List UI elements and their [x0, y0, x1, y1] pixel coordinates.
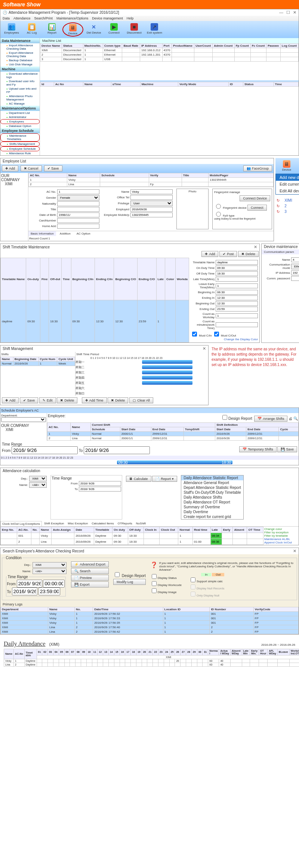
- chk-image[interactable]: [152, 588, 157, 593]
- emp-grid[interactable]: AC No.NameScheduleVerifyTitleMobile/Page…: [28, 173, 274, 187]
- adv-export-button[interactable]: ⚡ Advanced Export: [71, 561, 109, 567]
- report-button[interactable]: 📄 Report ▾: [152, 476, 177, 482]
- from-input[interactable]: [12, 446, 78, 454]
- calc-tab-1[interactable]: Shift Exception: [43, 521, 65, 526]
- tree-child[interactable]: XIMI: [1, 428, 46, 432]
- content-tab[interactable]: Machine List: [40, 38, 299, 43]
- conn-device-button[interactable]: Connect Device: [240, 195, 270, 201]
- dropdown-editall[interactable]: Edit All device: [276, 187, 299, 194]
- tt-name-input[interactable]: [216, 260, 258, 265]
- menu-attendance[interactable]: Attendance: [13, 16, 31, 20]
- search-to-t[interactable]: [38, 588, 60, 595]
- nat-input[interactable]: [57, 201, 99, 206]
- tab-basic[interactable]: Basic Information: [28, 231, 56, 236]
- minimize-button[interactable]: —: [279, 10, 283, 15]
- add-button[interactable]: ✚ Add: [2, 165, 18, 171]
- dept-select[interactable]: [1, 417, 46, 422]
- tt-offdu-input[interactable]: [216, 271, 258, 276]
- side-group-data[interactable]: Data Maintenance: [0, 38, 40, 43]
- offtel-input[interactable]: [130, 195, 173, 200]
- chk-workcode[interactable]: [152, 581, 157, 586]
- tempshift-button[interactable]: 📅 Temporary Shifts: [239, 446, 277, 452]
- mob-input[interactable]: [130, 213, 173, 217]
- side-item[interactable]: Download attendance logs: [0, 72, 40, 79]
- side-link[interactable]: Maintenance AL/BL: [264, 537, 298, 541]
- close-button[interactable]: ✕: [203, 346, 206, 351]
- tt-cwd-input[interactable]: [216, 313, 258, 318]
- tab-addition[interactable]: Addition: [58, 231, 73, 236]
- exit-button[interactable]: ↗Exit system: [145, 22, 164, 37]
- tree-dept[interactable]: XIMI: [1, 182, 27, 186]
- side-item[interactable]: Usb Disk Manage: [0, 62, 40, 66]
- side-group-machine[interactable]: Machine: [0, 66, 40, 72]
- dm-pwd-input[interactable]: [291, 276, 299, 281]
- title-input[interactable]: [57, 207, 99, 212]
- menu-help[interactable]: Help: [127, 16, 134, 20]
- tab-acoption[interactable]: AC Option: [74, 231, 93, 236]
- side-link[interactable]: Change color: [264, 527, 298, 531]
- mustcin-check[interactable]: [192, 332, 197, 337]
- fp-radio-type[interactable]: [216, 212, 221, 217]
- dropdown-edit[interactable]: Edit current device: [276, 181, 299, 187]
- sm-grid[interactable]: NameBeginning DateCycle NumCycle UnitNor…: [0, 357, 75, 366]
- fp-connect-button[interactable]: Connect: [247, 205, 267, 211]
- side-item[interactable]: Administrator: [0, 115, 40, 119]
- sm-addtime[interactable]: ✚ Add Time: [82, 397, 107, 403]
- side-item-empsched[interactable]: Employee Schedule: [0, 146, 40, 151]
- side-item[interactable]: Database Option: [0, 124, 40, 128]
- primary-logs-grid[interactable]: DepartmentNameNo.Date/TimeLocation IDID …: [0, 607, 299, 634]
- report-item[interactable]: Daily Overtime: [181, 509, 243, 514]
- design-check[interactable]: [115, 572, 120, 577]
- search-from-t[interactable]: [43, 580, 65, 588]
- report-item[interactable]: Staff's On-Duty/Off-Duty Timetable: [181, 490, 243, 495]
- side-item[interactable]: Attendance Photo Management: [0, 94, 40, 102]
- sm-delete[interactable]: ✖ Delete: [57, 397, 77, 403]
- deldevice-button[interactable]: ✕Del Device: [84, 22, 104, 37]
- side-group-maint[interactable]: Maintenance/Options: [0, 106, 40, 111]
- aclog-button[interactable]: 📋AC Log: [22, 22, 41, 37]
- side-item-timetables[interactable]: Maintenance Timetables: [0, 133, 40, 142]
- log-grid[interactable]: IdAc NoNamesTimeMachineVerify ModeIDStat…: [40, 82, 299, 87]
- inset-device-button[interactable]: 🖥Device: [277, 159, 296, 172]
- design-check[interactable]: [222, 415, 227, 420]
- calc-tab-3[interactable]: Calculated Items: [90, 521, 115, 526]
- side-item[interactable]: Attendance Rule: [0, 151, 40, 155]
- calc-tab-2[interactable]: Misc Exception: [66, 521, 89, 526]
- side-item[interactable]: Export Attendance Checking Data: [0, 51, 40, 58]
- dm-name-input[interactable]: [291, 257, 299, 262]
- sm-deltime[interactable]: ✖ Delete: [108, 397, 128, 403]
- preview-icon[interactable]: 🔍: [293, 416, 298, 421]
- tree-company[interactable]: OUR COMPANY: [1, 424, 46, 428]
- tt-bout-input[interactable]: [216, 301, 258, 306]
- sm-add[interactable]: ✚ Add: [2, 397, 19, 403]
- calc-dep[interactable]: XIMI: [29, 476, 47, 481]
- card-input[interactable]: [57, 218, 99, 223]
- close-button[interactable]: ✕: [293, 549, 296, 554]
- report-item[interactable]: Create report for current grid: [181, 514, 243, 519]
- preview-button[interactable]: 📄 Preview: [71, 575, 109, 581]
- device-button[interactable]: 🖥Device: [62, 22, 83, 37]
- print-icon[interactable]: 🖨: [289, 416, 292, 421]
- sm-save[interactable]: ✔ Save: [20, 397, 38, 403]
- add-button[interactable]: ✚ Add: [201, 251, 218, 257]
- menu-search[interactable]: Search/Print: [34, 16, 53, 20]
- pri-select[interactable]: User: [130, 201, 173, 206]
- calculate-button[interactable]: 🖩 Calculate: [126, 476, 151, 482]
- post-button[interactable]: ✔ Post: [219, 251, 237, 257]
- side-link[interactable]: Filter by timetable: [264, 534, 298, 537]
- tt-leave-input[interactable]: [216, 283, 258, 288]
- save-button[interactable]: 💾 Save: [277, 446, 297, 452]
- menu-maint[interactable]: Maintenance/Options: [56, 16, 88, 20]
- to-input[interactable]: [84, 446, 150, 454]
- side-link[interactable]: Append Clock In/Out: [264, 541, 298, 544]
- report-item[interactable]: Daily Attendance Shifts: [181, 495, 243, 500]
- tt-late-input[interactable]: [216, 277, 258, 282]
- tt-cmin-input[interactable]: [216, 322, 258, 327]
- gender-select[interactable]: Female: [57, 195, 99, 201]
- change-color-link[interactable]: Change the Display Color: [191, 338, 258, 341]
- side-item[interactable]: Department List: [0, 111, 40, 115]
- name-input[interactable]: [130, 189, 173, 194]
- calc-tab-4[interactable]: OTReports: [116, 521, 134, 526]
- report-item[interactable]: Summary of Overtime: [181, 505, 243, 509]
- chk-simple[interactable]: [191, 577, 195, 582]
